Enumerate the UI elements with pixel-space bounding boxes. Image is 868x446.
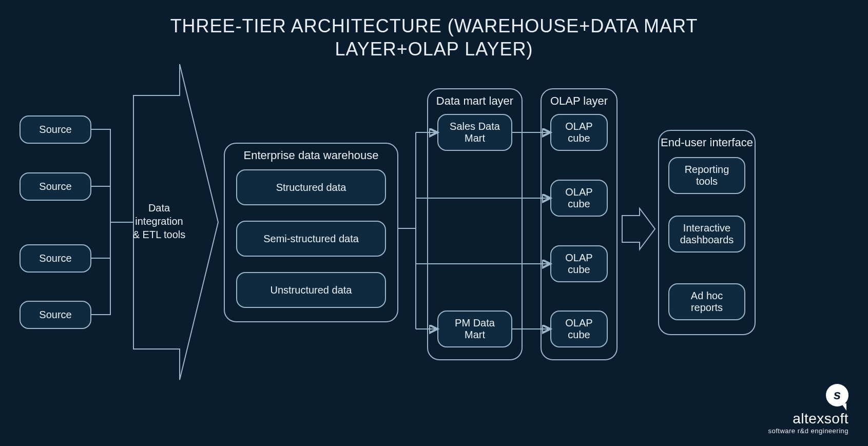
olap-cube-2: OLAP cube: [550, 180, 608, 217]
enduser-dashboards: Interactive dashboards: [668, 216, 745, 253]
olap-cube-1: OLAP cube: [550, 114, 608, 151]
warehouse-structured: Structured data: [236, 169, 386, 205]
source-box-2: Source: [20, 172, 91, 201]
diagram-canvas: Source Source Source Source Data integra…: [0, 0, 868, 446]
source-box-4: Source: [20, 301, 91, 329]
source-box-1: Source: [20, 115, 91, 144]
brand-logo: s altexsoft software r&d engineering: [768, 384, 848, 435]
logo-tagline: software r&d engineering: [768, 427, 848, 435]
enduser-title: End-user interface: [659, 136, 755, 149]
enduser-reporting: Reporting tools: [668, 157, 745, 194]
source-box-3: Source: [20, 244, 91, 273]
olap-cube-3: OLAP cube: [550, 245, 608, 282]
warehouse-title: Enterprise data warehouse: [225, 149, 397, 162]
olap-title: OLAP layer: [542, 94, 616, 108]
datamart-pm: PM Data Mart: [437, 311, 512, 347]
warehouse-semi-structured: Semi-structured data: [236, 221, 386, 257]
etl-label: Data integration & ETL tools: [131, 201, 187, 241]
logo-brand: altexsoft: [768, 411, 848, 427]
warehouse-unstructured: Unstructured data: [236, 272, 386, 308]
enduser-adhoc: Ad hoc reports: [668, 283, 745, 320]
logo-mark-icon: s: [826, 384, 848, 406]
olap-cube-4: OLAP cube: [550, 311, 608, 347]
datamart-title: Data mart layer: [428, 94, 522, 108]
datamart-sales: Sales Data Mart: [437, 114, 512, 151]
